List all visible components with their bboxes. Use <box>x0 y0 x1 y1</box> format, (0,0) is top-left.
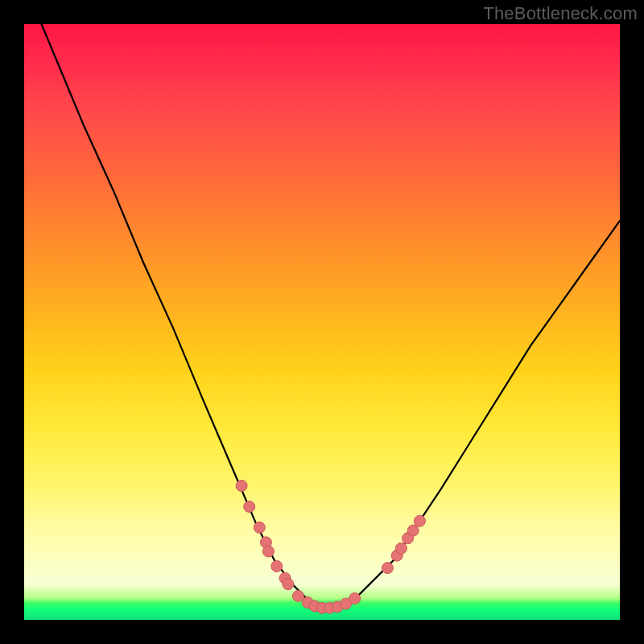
data-marker <box>236 481 247 492</box>
bottleneck-curve <box>24 24 620 608</box>
data-marker <box>349 592 361 604</box>
watermark-text: TheBottleneck.com <box>483 3 638 24</box>
marker-group <box>236 481 425 614</box>
plot-area <box>24 24 620 620</box>
data-marker <box>254 522 265 533</box>
data-marker <box>395 543 407 554</box>
data-marker <box>382 563 393 574</box>
data-marker <box>292 590 303 601</box>
data-marker <box>262 546 274 557</box>
chart-container: TheBottleneck.com <box>0 0 644 644</box>
data-marker <box>283 579 294 590</box>
data-marker <box>271 560 283 572</box>
data-marker <box>407 525 419 536</box>
data-marker <box>244 501 255 512</box>
data-marker <box>414 515 425 526</box>
curve-overlay <box>24 24 620 620</box>
